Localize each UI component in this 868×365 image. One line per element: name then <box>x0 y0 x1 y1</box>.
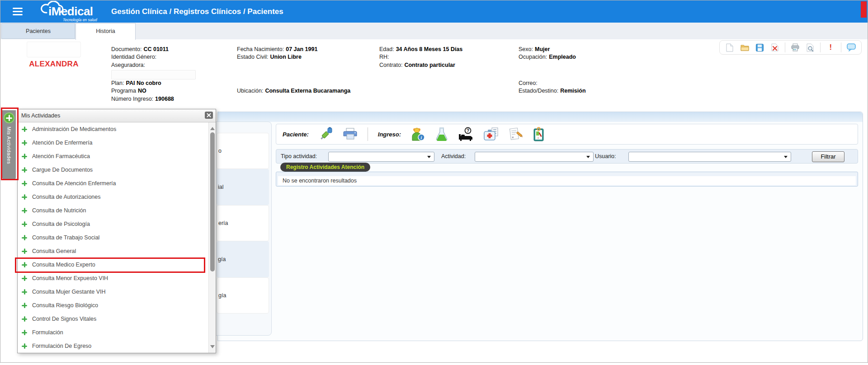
list-item[interactable]: Consulta de Nutrición <box>18 204 208 217</box>
field-estado-destino: Estado/Destino:Remisión <box>519 88 586 94</box>
delete-record-icon[interactable] <box>770 42 780 52</box>
top-bar: iMedical Tecnología en salud Gestión Clí… <box>0 0 868 23</box>
tab-historia[interactable]: Historia <box>75 23 136 40</box>
field-correo: Correo: <box>519 80 538 86</box>
plus-icon <box>22 316 27 322</box>
svg-text:x: x <box>538 136 539 139</box>
list-item[interactable]: Control De Signos Vitales <box>18 312 208 326</box>
field-numero-ingreso: Número Ingreso:190688 <box>111 96 174 102</box>
hospitalization-icon[interactable]: ? <box>458 127 473 141</box>
list-item[interactable]: Consulta Mujer Gestante VIH <box>18 285 208 299</box>
close-icon[interactable] <box>205 112 213 119</box>
list-item[interactable]: Consulta De Atención Enfermería <box>18 177 208 190</box>
actividad-select[interactable] <box>475 152 594 162</box>
svg-text:i: i <box>421 135 422 140</box>
plus-icon <box>22 276 27 281</box>
lab-sample-icon[interactable] <box>435 127 448 141</box>
panel-header: Mis Actividades <box>18 109 216 122</box>
background-card[interactable]: ería <box>217 205 269 241</box>
field-edad: Edad:34 Años 8 Meses 15 Días <box>379 47 462 52</box>
usuario-select[interactable] <box>628 152 791 162</box>
field-plan: Plan:PAI No cobro <box>111 80 161 86</box>
toolbar-separator <box>820 42 821 52</box>
patient-info-icon[interactable]: i <box>411 127 425 141</box>
plus-icon <box>22 262 27 267</box>
tab-bar: Pacientes Historia <box>0 23 868 40</box>
plus-icon <box>22 181 27 186</box>
background-card[interactable]: gía <box>217 277 269 314</box>
list-item-highlighted[interactable]: Consulta Medico Experto <box>18 258 208 271</box>
field-ubicacion: Ubicación:Consulta Externa Bucaramanga <box>237 88 350 94</box>
alert-icon[interactable]: ! <box>826 42 835 52</box>
list-item[interactable]: Consulta Menor Expuesto VIH <box>18 271 208 285</box>
print-summary-icon[interactable] <box>343 128 358 140</box>
plus-icon <box>22 126 27 132</box>
toolbar-separator <box>785 42 785 52</box>
print-icon[interactable] <box>790 42 800 52</box>
order-edit-icon[interactable] <box>509 127 523 141</box>
plus-icon <box>22 140 27 145</box>
list-item[interactable]: Administración De Medicamentos <box>18 122 208 136</box>
field-fecha-nacimiento: Fecha Nacimiento:07 Jan 1991 <box>237 47 317 52</box>
usuario-label: Usuario: <box>595 150 616 163</box>
list-item[interactable]: Consulta Riesgo Biológico <box>18 299 208 312</box>
filter-bar: Tipo actividad: Actividad: Usuario: Filt… <box>276 149 858 164</box>
save-icon[interactable] <box>755 42 764 52</box>
plus-icon <box>22 208 27 213</box>
plus-icon <box>22 303 27 308</box>
list-item[interactable]: Atención De Enfermería <box>18 136 208 150</box>
mis-actividades-panel: Mis Actividades Administración De Medica… <box>17 109 216 353</box>
field-programa: ProgramaNO <box>111 88 146 94</box>
list-item[interactable]: Consulta de Trabajo Social <box>18 231 208 244</box>
plus-circle-icon <box>4 112 14 123</box>
patient-header: ALEXANDRA Documento:CC 01011 Identidad G… <box>0 39 868 112</box>
registro-actividades-badge: Registro Actividades Atención <box>280 163 370 172</box>
list-item[interactable]: Formulación De Egreso <box>18 339 208 353</box>
plus-icon <box>22 235 27 240</box>
breadcrumb[interactable]: Gestión Clínica / Registros Clínicos / P… <box>111 0 283 23</box>
app-window: iMedical Tecnología en salud Gestión Clí… <box>0 0 868 363</box>
filtrar-button[interactable]: Filtrar <box>812 151 844 162</box>
tipo-actividad-label: Tipo actividad: <box>281 150 317 163</box>
background-card[interactable]: ial <box>217 169 269 205</box>
field-documento: Documento:CC 01011 <box>111 47 169 52</box>
comments-icon[interactable] <box>846 42 856 52</box>
scroll-up-icon[interactable] <box>210 125 215 130</box>
app-logo[interactable]: iMedical Tecnología en salud <box>37 1 111 22</box>
aseguradora-empty-input[interactable] <box>111 70 196 80</box>
background-card[interactable]: gía <box>217 241 269 277</box>
list-item[interactable]: Formulación <box>18 326 208 339</box>
toolbar-separator <box>841 42 841 52</box>
list-item[interactable]: Consulta de Autorizaciones <box>18 190 208 204</box>
mis-actividades-side-tab[interactable]: Mis Actividades <box>2 110 16 179</box>
list-item[interactable]: Consulta General <box>18 244 208 258</box>
hamburger-menu-icon[interactable] <box>13 8 23 15</box>
medical-kit-icon[interactable] <box>483 127 499 141</box>
vaccination-icon[interactable] <box>319 127 333 141</box>
preview-icon[interactable] <box>805 42 815 52</box>
new-document-icon[interactable] <box>725 42 735 52</box>
list-item[interactable]: Atención Farmacéutica <box>18 150 208 163</box>
clipboard-record-icon[interactable]: x <box>533 127 546 141</box>
empty-results-message: No se encontraron resultados <box>278 176 856 185</box>
svg-text:?: ? <box>467 128 469 133</box>
toolbar-divider <box>368 127 368 141</box>
plus-icon <box>22 289 27 295</box>
plus-icon <box>22 221 27 227</box>
background-card[interactable]: o <box>217 133 269 169</box>
scroll-down-icon[interactable] <box>210 345 215 351</box>
paciente-label: Paciente: <box>283 131 309 138</box>
panel-title: Mis Actividades <box>21 109 60 122</box>
annotation-red-marker <box>861 1 867 18</box>
scrollbar-thumb[interactable] <box>210 132 215 271</box>
list-item[interactable]: Cargue De Documentos <box>18 163 208 177</box>
field-estado-civil: Estado Civil:Union Libre <box>237 54 302 60</box>
open-folder-icon[interactable] <box>740 42 750 52</box>
brand-name: iMedical <box>48 5 93 19</box>
tab-pacientes[interactable]: Pacientes <box>1 23 75 39</box>
tipo-actividad-select[interactable] <box>328 152 434 162</box>
ingreso-label: Ingreso: <box>378 131 401 138</box>
panel-scrollbar[interactable] <box>208 122 216 353</box>
patient-name: ALEXANDRA <box>22 60 85 69</box>
list-item[interactable]: Consulta de Psicología <box>18 217 208 231</box>
